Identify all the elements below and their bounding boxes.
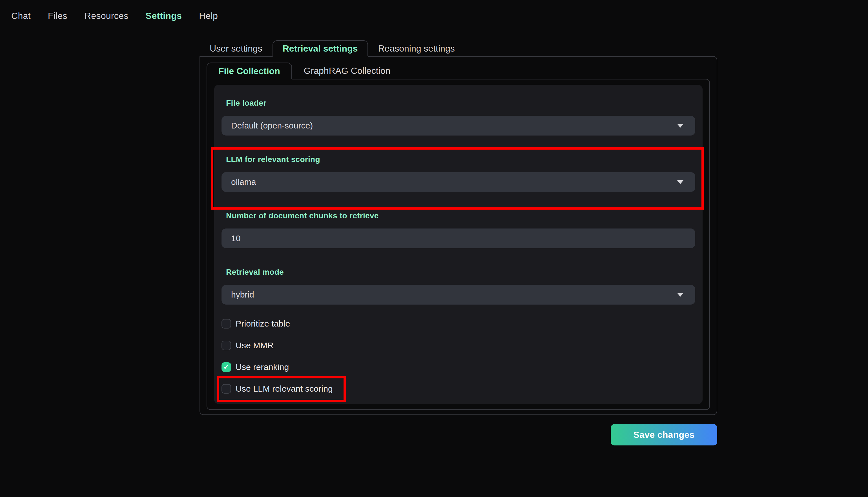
prioritize-table-label: Prioritize table — [236, 319, 290, 328]
field-llm-relevant-scoring: LLM for relevant scoring ollama — [222, 155, 695, 192]
file-loader-select[interactable]: Default (open-source) — [222, 116, 695, 136]
use-llm-relevant-scoring-checkbox[interactable] — [222, 384, 231, 394]
llm-relevant-scoring-select[interactable]: ollama — [222, 172, 695, 192]
field-retrieval-mode: Retrieval mode hybrid — [222, 267, 695, 304]
use-mmr-checkbox[interactable] — [222, 341, 231, 350]
field-num-chunks: Number of document chunks to retrieve 10 — [222, 211, 695, 248]
check-row-use-llm-relevant-scoring: Use LLM relevant scoring — [222, 383, 333, 395]
check-row-use-reranking: ✓ Use reranking — [222, 361, 695, 373]
settings-tab-bar: User settings Retrieval settings Reasoni… — [200, 40, 717, 56]
file-loader-label: File loader — [222, 98, 695, 108]
use-mmr-label: Use MMR — [236, 341, 274, 350]
file-collection-form-card: File loader Default (open-source) LLM fo… — [214, 85, 702, 404]
retrieval-mode-value: hybrid — [231, 290, 677, 299]
nav-item-files[interactable]: Files — [48, 11, 67, 21]
tab-user-settings[interactable]: User settings — [200, 40, 272, 56]
retrieval-mode-label: Retrieval mode — [222, 267, 695, 277]
save-changes-button[interactable]: Save changes — [611, 424, 717, 445]
chevron-down-icon — [677, 293, 683, 297]
nav-item-chat[interactable]: Chat — [11, 11, 31, 21]
num-chunks-input[interactable]: 10 — [222, 228, 695, 248]
check-icon: ✓ — [223, 363, 229, 370]
save-row: Save changes — [200, 424, 717, 445]
settings-content: User settings Retrieval settings Reasoni… — [200, 40, 717, 445]
tab-file-collection[interactable]: File Collection — [207, 62, 292, 80]
field-file-loader: File loader Default (open-source) — [222, 98, 695, 136]
prioritize-table-checkbox[interactable] — [222, 319, 231, 328]
tab-reasoning-settings[interactable]: Reasoning settings — [368, 40, 465, 56]
retrieval-mode-select[interactable]: hybrid — [222, 285, 695, 304]
num-chunks-label: Number of document chunks to retrieve — [222, 211, 695, 221]
check-row-use-mmr: Use MMR — [222, 340, 695, 351]
use-llm-relevant-scoring-label: Use LLM relevant scoring — [236, 384, 333, 394]
top-nav: Chat Files Resources Settings Help — [0, 0, 868, 22]
file-loader-value: Default (open-source) — [231, 121, 677, 130]
use-reranking-checkbox[interactable]: ✓ — [222, 362, 231, 372]
file-collection-panel: File loader Default (open-source) LLM fo… — [207, 79, 710, 410]
check-row-prioritize-table: Prioritize table — [222, 318, 695, 329]
tab-graphrag-collection[interactable]: GraphRAG Collection — [292, 62, 402, 79]
chevron-down-icon — [677, 180, 683, 184]
llm-relevant-scoring-label: LLM for relevant scoring — [222, 155, 695, 164]
chevron-down-icon — [677, 124, 683, 128]
retrieval-options: Prioritize table Use MMR ✓ Use reranking — [222, 318, 695, 398]
nav-item-settings[interactable]: Settings — [146, 11, 182, 21]
nav-item-help[interactable]: Help — [199, 11, 218, 21]
retrieval-settings-panel: File Collection GraphRAG Collection File… — [200, 56, 717, 415]
nav-item-resources[interactable]: Resources — [85, 11, 128, 21]
llm-relevant-scoring-value: ollama — [231, 177, 677, 187]
tab-retrieval-settings[interactable]: Retrieval settings — [272, 40, 368, 57]
use-reranking-label: Use reranking — [236, 362, 289, 372]
collection-tab-bar: File Collection GraphRAG Collection — [207, 62, 710, 79]
num-chunks-value: 10 — [231, 233, 686, 243]
